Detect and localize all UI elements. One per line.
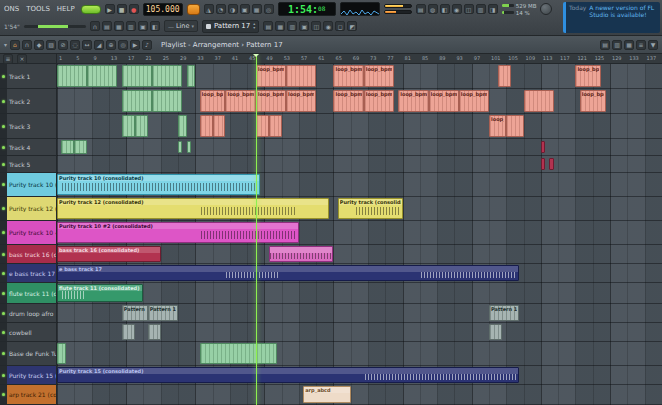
clip[interactable]: Purity track 10 (consolidated) bbox=[57, 174, 260, 195]
track-lane[interactable]: Purity track 10 (consolidated) bbox=[57, 173, 662, 196]
master-volume-slider[interactable] bbox=[384, 4, 412, 8]
arrange-icon[interactable]: ▤ bbox=[600, 40, 610, 50]
play-button[interactable]: ▶ bbox=[105, 4, 115, 14]
track-mute-led[interactable] bbox=[2, 393, 5, 396]
countin-icon[interactable]: ◑ bbox=[228, 4, 238, 14]
track-mute-led[interactable] bbox=[2, 163, 5, 166]
track-header[interactable]: Track 3 bbox=[0, 114, 57, 138]
clip[interactable] bbox=[541, 158, 545, 170]
browser-icon[interactable]: ◧ bbox=[150, 21, 160, 31]
clip[interactable] bbox=[269, 246, 334, 262]
clip[interactable] bbox=[506, 115, 523, 137]
clip[interactable] bbox=[187, 65, 196, 87]
track-lane[interactable]: bass track 16 (consolidated) bbox=[57, 245, 662, 263]
track-mute-led[interactable] bbox=[2, 272, 5, 275]
zoom-icon[interactable]: ◎ bbox=[118, 40, 128, 50]
track-header[interactable]: drum loop afro bbox=[0, 304, 57, 322]
clip[interactable] bbox=[74, 140, 87, 154]
touch-icon[interactable]: ◩ bbox=[347, 21, 357, 31]
piano-roll-icon[interactable]: ▦ bbox=[114, 21, 124, 31]
clip[interactable]: Pattern 16 bbox=[122, 305, 148, 321]
track-menu-icon[interactable]: ≡ bbox=[3, 54, 13, 64]
track-header[interactable]: Track 2 bbox=[0, 89, 57, 113]
track-lane[interactable]: loop_bpmloop_bpmloop_bpmloop_bpm bbox=[57, 64, 662, 88]
track-header[interactable]: arp track 21 (conso bbox=[0, 385, 57, 404]
menu-item-tools[interactable]: TOOLS bbox=[26, 5, 50, 13]
clip[interactable] bbox=[178, 115, 187, 137]
track-mute-led[interactable] bbox=[2, 292, 5, 295]
slip-icon[interactable]: ↔ bbox=[82, 40, 92, 50]
shuffle-icon[interactable]: ▤ bbox=[416, 4, 426, 14]
stack-icon[interactable]: ▥ bbox=[612, 40, 622, 50]
track-header[interactable]: Purity track 10 #2 bbox=[0, 221, 57, 244]
clip[interactable] bbox=[148, 324, 161, 340]
grid-icon[interactable]: ▦ bbox=[624, 40, 634, 50]
magnet-icon[interactable]: ∩ bbox=[90, 21, 100, 31]
clip[interactable] bbox=[498, 65, 511, 87]
master-volume-knob[interactable] bbox=[540, 3, 552, 15]
track-mute-led[interactable] bbox=[2, 125, 5, 128]
track-header[interactable]: Purity track 15 (co bbox=[0, 366, 57, 384]
hint-panel-indicator[interactable] bbox=[81, 5, 101, 14]
track-lane[interactable]: Pattern 16Pattern 16Pattern 16 bbox=[57, 304, 662, 322]
clip[interactable] bbox=[269, 115, 282, 137]
speaker-icon[interactable]: ♪ bbox=[142, 40, 152, 50]
seek-slider[interactable] bbox=[24, 25, 86, 28]
track-header[interactable]: Base de Funk Tumb bbox=[0, 342, 57, 365]
clip[interactable]: loop_bpm bbox=[398, 90, 428, 112]
track-mute-led[interactable] bbox=[2, 374, 5, 377]
playhead[interactable] bbox=[256, 54, 257, 405]
track-lane[interactable]: loop_bpmloop_bpmloop_bpmloop_bpmloop_bpm… bbox=[57, 89, 662, 113]
clip[interactable]: Purity track (consolidated) bbox=[338, 198, 403, 219]
master-pitch-slider[interactable] bbox=[384, 10, 412, 14]
magnet-icon[interactable]: ∩ bbox=[22, 40, 32, 50]
draw-icon[interactable]: ◆ bbox=[34, 40, 44, 50]
clip[interactable] bbox=[489, 324, 502, 340]
clip[interactable] bbox=[213, 115, 226, 137]
clip[interactable]: loop_bpm bbox=[200, 90, 226, 112]
clip[interactable]: loop_bpm bbox=[575, 65, 601, 87]
playlist-window-icon[interactable]: ▤ bbox=[263, 21, 273, 31]
clip[interactable]: Purity track 12 (consolidated) bbox=[57, 198, 329, 219]
track-mute-led[interactable] bbox=[2, 100, 5, 103]
preview-icon[interactable]: ▶ bbox=[130, 40, 140, 50]
delete-icon[interactable]: ⊘ bbox=[58, 40, 68, 50]
wait-icon[interactable]: ◔ bbox=[216, 4, 226, 14]
record-button[interactable]: ● bbox=[129, 4, 139, 14]
clip[interactable]: Purity track 15 (consolidated) bbox=[57, 367, 519, 383]
close-icon[interactable]: × bbox=[17, 54, 27, 64]
clip[interactable]: loop_bpm bbox=[256, 65, 286, 87]
track-mute-led[interactable] bbox=[2, 312, 5, 315]
track-lane[interactable]: flute track 11 (consolidated) bbox=[57, 283, 662, 303]
home-icon[interactable]: ⌂ bbox=[10, 40, 20, 50]
slice-icon[interactable]: ◢ bbox=[94, 40, 104, 50]
track-header[interactable]: Purity track 10 (co bbox=[0, 173, 57, 196]
track-header[interactable]: Track 5 bbox=[0, 156, 57, 172]
midi-icon[interactable]: ◫ bbox=[464, 4, 474, 14]
track-mute-led[interactable] bbox=[2, 331, 5, 334]
playlist-icon[interactable]: ▤ bbox=[102, 21, 112, 31]
track-lane[interactable] bbox=[57, 156, 662, 172]
track-header[interactable]: cowbell bbox=[0, 323, 57, 341]
menu-item-help[interactable]: HELP bbox=[57, 5, 75, 13]
clip[interactable]: loop_bpm bbox=[286, 90, 316, 112]
track-header[interactable]: e bass track 17 bbox=[0, 264, 57, 282]
clip[interactable]: loop_bpm bbox=[364, 65, 394, 87]
tools-icon[interactable]: ◧ bbox=[440, 4, 450, 14]
clip[interactable]: loop_bpm bbox=[459, 90, 489, 112]
mute-icon[interactable]: ◌ bbox=[70, 40, 80, 50]
track-header[interactable]: bass track 16 (cons bbox=[0, 245, 57, 263]
loop-mode-icon[interactable]: ◎ bbox=[264, 4, 274, 14]
track-header[interactable]: Track 1 bbox=[0, 64, 57, 88]
update-notification[interactable]: Today A newer version of FL Studio is av… bbox=[563, 2, 660, 33]
track-lane[interactable] bbox=[57, 139, 662, 155]
rack-window-icon[interactable]: ▥ bbox=[287, 21, 297, 31]
clip[interactable] bbox=[200, 343, 278, 364]
piano-window-icon[interactable]: ▦ bbox=[275, 21, 285, 31]
clip[interactable]: arp_abcd bbox=[303, 386, 351, 403]
settings-icon[interactable]: ◉ bbox=[323, 21, 333, 31]
track-header[interactable]: Track 4 bbox=[0, 139, 57, 155]
stop-button[interactable]: ■ bbox=[117, 4, 127, 14]
clip[interactable] bbox=[541, 141, 545, 153]
clip[interactable]: Purity track 10 #2 (consolidated) bbox=[57, 222, 299, 243]
